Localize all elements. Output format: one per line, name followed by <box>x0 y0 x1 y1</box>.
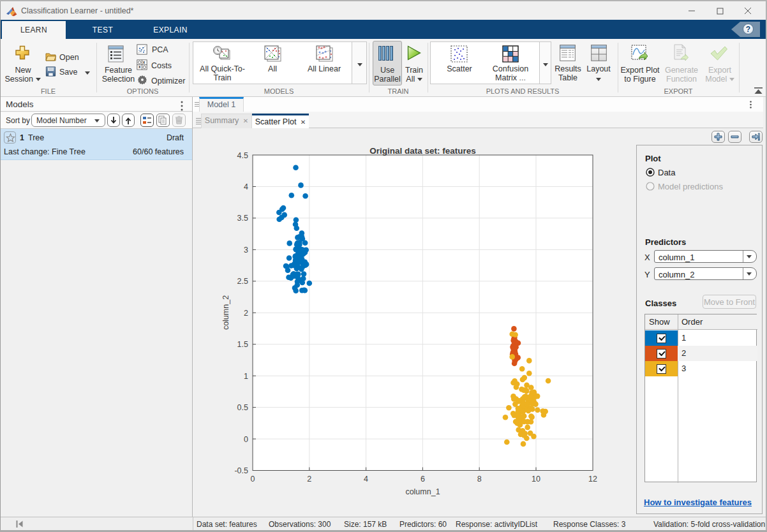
svg-text:6: 6 <box>421 475 425 484</box>
svg-text:column_1: column_1 <box>405 487 440 496</box>
svg-text:0: 0 <box>251 475 255 484</box>
svg-text:2.5: 2.5 <box>237 277 248 286</box>
svg-text:3: 3 <box>244 246 248 255</box>
svg-text:column_2: column_2 <box>221 295 230 330</box>
svg-text:Original data set: features: Original data set: features <box>369 146 476 156</box>
svg-text:x: x <box>138 64 141 69</box>
svg-text:1: 1 <box>244 372 248 381</box>
svg-text:4: 4 <box>364 475 368 484</box>
svg-text:2: 2 <box>244 309 248 318</box>
svg-text:-0.5: -0.5 <box>234 466 248 475</box>
svg-text:12: 12 <box>588 475 597 484</box>
svg-text:1.5: 1.5 <box>237 340 248 349</box>
svg-text:10: 10 <box>532 475 540 484</box>
svg-text:8: 8 <box>477 475 482 484</box>
svg-text:x: x <box>143 60 145 64</box>
svg-text:0: 0 <box>244 435 248 444</box>
svg-text:4: 4 <box>244 182 248 191</box>
svg-text:3.5: 3.5 <box>237 214 248 223</box>
svg-text:2: 2 <box>307 475 311 484</box>
svg-text:4.5: 4.5 <box>237 151 248 160</box>
svg-text:0.5: 0.5 <box>237 403 248 412</box>
